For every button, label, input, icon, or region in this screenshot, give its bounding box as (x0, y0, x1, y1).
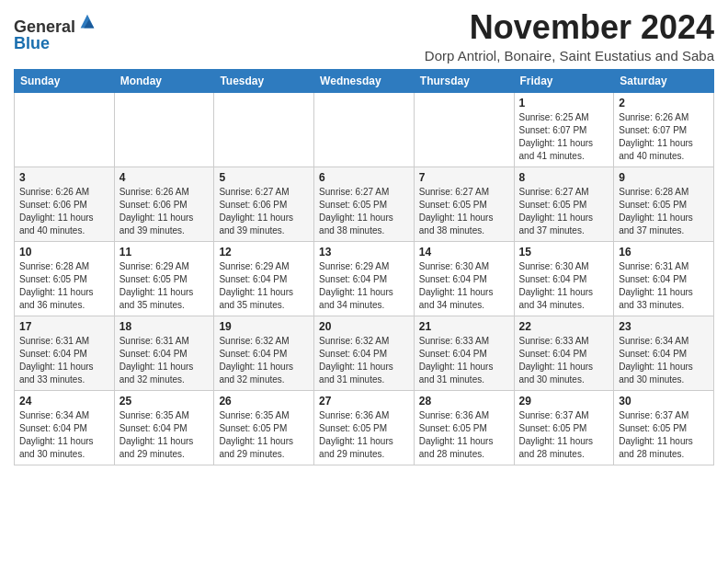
day-info: Sunrise: 6:29 AM Sunset: 6:04 PM Dayligh… (219, 260, 309, 312)
calendar-cell (414, 92, 514, 167)
day-info: Sunrise: 6:27 AM Sunset: 6:06 PM Dayligh… (219, 186, 309, 237)
logo-area: General Blue (14, 9, 97, 52)
calendar-cell: 16Sunrise: 6:31 AM Sunset: 6:04 PM Dayli… (614, 241, 714, 316)
day-info: Sunrise: 6:36 AM Sunset: 6:05 PM Dayligh… (319, 409, 409, 461)
calendar-cell: 29Sunrise: 6:37 AM Sunset: 6:05 PM Dayli… (514, 390, 614, 465)
calendar-cell: 30Sunrise: 6:37 AM Sunset: 6:05 PM Dayli… (614, 390, 714, 465)
month-title: November 2024 (425, 9, 714, 46)
day-number: 20 (319, 320, 409, 333)
day-number: 1 (519, 97, 609, 109)
day-number: 5 (219, 171, 309, 184)
day-info: Sunrise: 6:33 AM Sunset: 6:04 PM Dayligh… (419, 335, 509, 386)
calendar-cell (114, 92, 214, 167)
calendar-cell: 22Sunrise: 6:33 AM Sunset: 6:04 PM Dayli… (514, 316, 614, 390)
calendar-cell: 5Sunrise: 6:27 AM Sunset: 6:06 PM Daylig… (214, 167, 314, 241)
calendar-week-3: 10Sunrise: 6:28 AM Sunset: 6:05 PM Dayli… (15, 241, 714, 316)
logo-icon (77, 13, 97, 33)
calendar-cell: 26Sunrise: 6:35 AM Sunset: 6:05 PM Dayli… (214, 390, 314, 465)
day-number: 28 (419, 395, 509, 408)
calendar-week-1: 1Sunrise: 6:25 AM Sunset: 6:07 PM Daylig… (15, 92, 714, 167)
day-number: 6 (319, 171, 409, 184)
col-header-saturday: Saturday (614, 69, 714, 92)
day-info: Sunrise: 6:35 AM Sunset: 6:05 PM Dayligh… (219, 409, 309, 461)
day-info: Sunrise: 6:37 AM Sunset: 6:05 PM Dayligh… (619, 409, 709, 461)
calendar-cell: 17Sunrise: 6:31 AM Sunset: 6:04 PM Dayli… (15, 316, 115, 390)
day-number: 23 (619, 320, 709, 333)
day-info: Sunrise: 6:31 AM Sunset: 6:04 PM Dayligh… (119, 335, 210, 386)
calendar-week-2: 3Sunrise: 6:26 AM Sunset: 6:06 PM Daylig… (15, 167, 714, 241)
day-info: Sunrise: 6:28 AM Sunset: 6:05 PM Dayligh… (19, 260, 109, 312)
day-number: 8 (519, 171, 609, 184)
calendar-week-4: 17Sunrise: 6:31 AM Sunset: 6:04 PM Dayli… (15, 316, 714, 390)
location-subtitle: Dorp Antriol, Bonaire, Saint Eustatius a… (425, 48, 714, 63)
day-info: Sunrise: 6:34 AM Sunset: 6:04 PM Dayligh… (619, 335, 709, 386)
calendar-cell: 23Sunrise: 6:34 AM Sunset: 6:04 PM Dayli… (614, 316, 714, 390)
calendar-cell (314, 92, 415, 167)
day-number: 13 (319, 246, 409, 259)
calendar-cell: 19Sunrise: 6:32 AM Sunset: 6:04 PM Dayli… (214, 316, 314, 390)
logo-general-text: General (14, 18, 75, 35)
day-number: 27 (319, 395, 409, 408)
day-number: 10 (19, 246, 109, 259)
calendar-cell: 28Sunrise: 6:36 AM Sunset: 6:05 PM Dayli… (414, 390, 514, 465)
calendar-cell (15, 92, 115, 167)
day-number: 19 (219, 320, 309, 333)
calendar-cell: 9Sunrise: 6:28 AM Sunset: 6:05 PM Daylig… (614, 167, 714, 241)
day-info: Sunrise: 6:33 AM Sunset: 6:04 PM Dayligh… (519, 335, 609, 386)
logo-blue-text: Blue (14, 35, 50, 52)
header: General Blue November 2024 Dorp Antriol,… (14, 9, 714, 63)
day-info: Sunrise: 6:28 AM Sunset: 6:05 PM Dayligh… (619, 186, 709, 237)
col-header-sunday: Sunday (15, 69, 115, 92)
day-info: Sunrise: 6:29 AM Sunset: 6:04 PM Dayligh… (319, 260, 409, 312)
day-number: 9 (619, 171, 709, 184)
calendar-cell: 1Sunrise: 6:25 AM Sunset: 6:07 PM Daylig… (514, 92, 614, 167)
day-number: 18 (119, 320, 210, 333)
day-number: 16 (619, 246, 709, 259)
logo: General (14, 13, 97, 35)
day-number: 29 (519, 395, 609, 408)
day-number: 15 (519, 246, 609, 259)
calendar-header-row: SundayMondayTuesdayWednesdayThursdayFrid… (15, 69, 714, 92)
day-info: Sunrise: 6:35 AM Sunset: 6:04 PM Dayligh… (119, 409, 210, 461)
day-number: 17 (19, 320, 109, 333)
day-info: Sunrise: 6:31 AM Sunset: 6:04 PM Dayligh… (619, 260, 709, 312)
day-number: 24 (19, 395, 109, 408)
calendar-cell: 18Sunrise: 6:31 AM Sunset: 6:04 PM Dayli… (114, 316, 214, 390)
day-info: Sunrise: 6:25 AM Sunset: 6:07 PM Dayligh… (519, 111, 609, 163)
calendar-cell: 3Sunrise: 6:26 AM Sunset: 6:06 PM Daylig… (15, 167, 115, 241)
calendar-cell: 8Sunrise: 6:27 AM Sunset: 6:05 PM Daylig… (514, 167, 614, 241)
calendar-cell (214, 92, 314, 167)
day-number: 21 (419, 320, 509, 333)
day-info: Sunrise: 6:30 AM Sunset: 6:04 PM Dayligh… (519, 260, 609, 312)
calendar-cell: 27Sunrise: 6:36 AM Sunset: 6:05 PM Dayli… (314, 390, 415, 465)
col-header-tuesday: Tuesday (214, 69, 314, 92)
col-header-friday: Friday (514, 69, 614, 92)
page: General Blue November 2024 Dorp Antriol,… (0, 0, 728, 475)
calendar-cell: 21Sunrise: 6:33 AM Sunset: 6:04 PM Dayli… (414, 316, 514, 390)
title-area: November 2024 Dorp Antriol, Bonaire, Sai… (425, 9, 714, 63)
day-info: Sunrise: 6:26 AM Sunset: 6:07 PM Dayligh… (619, 111, 709, 163)
calendar-cell: 10Sunrise: 6:28 AM Sunset: 6:05 PM Dayli… (15, 241, 115, 316)
day-info: Sunrise: 6:26 AM Sunset: 6:06 PM Dayligh… (19, 186, 109, 237)
day-number: 12 (219, 246, 309, 259)
day-info: Sunrise: 6:34 AM Sunset: 6:04 PM Dayligh… (19, 409, 109, 461)
calendar-cell: 4Sunrise: 6:26 AM Sunset: 6:06 PM Daylig… (114, 167, 214, 241)
calendar-cell: 25Sunrise: 6:35 AM Sunset: 6:04 PM Dayli… (114, 390, 214, 465)
day-info: Sunrise: 6:32 AM Sunset: 6:04 PM Dayligh… (219, 335, 309, 386)
calendar-week-5: 24Sunrise: 6:34 AM Sunset: 6:04 PM Dayli… (15, 390, 714, 465)
calendar-cell: 24Sunrise: 6:34 AM Sunset: 6:04 PM Dayli… (15, 390, 115, 465)
day-info: Sunrise: 6:37 AM Sunset: 6:05 PM Dayligh… (519, 409, 609, 461)
day-number: 25 (119, 395, 210, 408)
day-number: 2 (619, 97, 709, 109)
calendar-cell: 11Sunrise: 6:29 AM Sunset: 6:05 PM Dayli… (114, 241, 214, 316)
day-number: 11 (119, 246, 210, 259)
logo-blue-area: Blue (14, 35, 50, 52)
day-info: Sunrise: 6:30 AM Sunset: 6:04 PM Dayligh… (419, 260, 509, 312)
col-header-thursday: Thursday (414, 69, 514, 92)
day-info: Sunrise: 6:26 AM Sunset: 6:06 PM Dayligh… (119, 186, 210, 237)
calendar-cell: 20Sunrise: 6:32 AM Sunset: 6:04 PM Dayli… (314, 316, 415, 390)
day-number: 14 (419, 246, 509, 259)
day-info: Sunrise: 6:36 AM Sunset: 6:05 PM Dayligh… (419, 409, 509, 461)
col-header-monday: Monday (114, 69, 214, 92)
calendar-cell: 15Sunrise: 6:30 AM Sunset: 6:04 PM Dayli… (514, 241, 614, 316)
